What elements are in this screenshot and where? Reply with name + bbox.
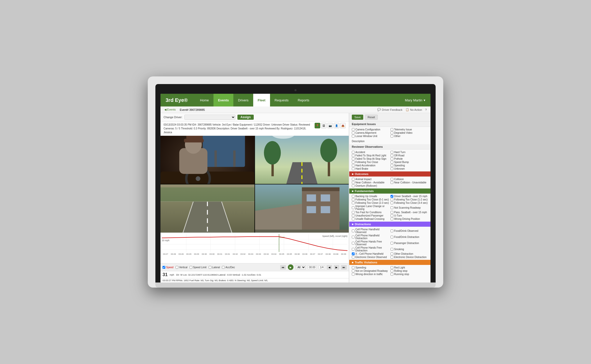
assign-button[interactable]: Assign [237,115,254,120]
cb-camera-config-input[interactable] [352,128,355,131]
nav-drivers[interactable]: Drivers [233,94,253,106]
cb-unauthorized-input[interactable] [352,214,355,217]
cb-wrong-direction-input[interactable] [352,273,355,276]
cb-too-fast-input[interactable] [352,211,355,214]
cb-following-close-input[interactable] [352,161,355,164]
person-button[interactable]: 👤 [334,123,339,128]
cb-speeding-obs-input[interactable] [391,164,393,167]
speed-checkbox-label[interactable]: Speed [163,266,173,269]
play-button[interactable]: ▶ [288,264,293,270]
breadcrumb-events-link[interactable]: ◀ Events [164,108,176,111]
cb-running-stop-input[interactable] [391,273,393,276]
cb-camera-alignment-input[interactable] [352,131,355,134]
cb-cph-distraction-input[interactable] [352,236,355,238]
cb-smoking-input[interactable] [391,248,393,251]
nav-home[interactable]: Home [195,94,213,106]
cb-near-avoidable-input[interactable] [352,181,355,184]
cb-food-observed-input[interactable] [391,230,393,232]
cb-hard-accel-input[interactable] [352,164,355,167]
cb-telemetry-issue-input[interactable] [391,128,393,131]
fundamentals-header: ■ Fundamentals [349,188,431,194]
map-button[interactable]: 📍 [315,123,320,128]
cb-food-distraction-input[interactable] [391,236,393,238]
speed-checkbox[interactable] [163,266,165,269]
nav-reports[interactable]: Reports [293,94,314,106]
cb-electronic-observed-input[interactable] [352,256,355,259]
cb-speeding-traffic-input[interactable] [352,266,355,269]
cb-off-road-input[interactable] [391,154,393,157]
cb-pass-seatbelt-input[interactable] [391,211,393,214]
cb-other-equip-input[interactable] [391,135,393,138]
cb-ftc-3-4-input[interactable] [391,201,393,204]
cb-unknown-input[interactable] [391,167,393,170]
cb-x-cellphone-input[interactable] [352,252,355,255]
cb-accident-input[interactable] [352,151,355,154]
save-button[interactable]: Save [352,115,363,120]
lateral-checkbox[interactable] [209,266,211,269]
speed-limit-checkbox-label[interactable]: Speed Limit [190,266,207,269]
cb-speed-bump-input[interactable] [391,161,393,164]
next-button[interactable]: ▶ [334,265,339,269]
camera-select[interactable]: All [296,265,306,269]
cb-ftc-3-4: Following Too Close (3-4 sec) [391,201,428,204]
cb-passenger-distraction-input[interactable] [391,242,393,245]
cb-pothole-input[interactable] [391,157,393,160]
cb-ftc-0-1: Following Too Close (0-1 sec) [352,198,389,201]
no-action-button[interactable]: 📋 No Action [406,108,422,111]
cb-hard-brake-input[interactable] [352,167,355,170]
cb-failed-stop-input[interactable] [352,157,355,160]
rewind-button[interactable]: ⏮ [280,265,286,269]
cb-cphf-observed-input[interactable] [352,242,355,245]
cb-loose-window-input[interactable] [352,135,355,138]
cb-unsafe-railroad-input[interactable] [352,218,355,220]
lateral-checkbox-label[interactable]: Lateral [209,266,220,269]
cb-overturn-input[interactable] [352,184,355,187]
breadcrumb-actions: 💬 Driver Feedback 📋 No Action ? [377,108,427,111]
driver-select[interactable] [184,115,235,120]
cb-near-unavoidable-input[interactable] [391,181,393,184]
vertical-checkbox[interactable] [176,266,178,269]
screenshot-button[interactable]: 🖼 [321,123,327,128]
cb-improper-lane-input[interactable] [352,206,355,209]
cb-ftc-0-1-input[interactable] [352,198,355,201]
cb-backing-unsafe-input[interactable] [352,195,355,198]
cb-collision-input[interactable] [391,178,393,181]
cb-cphf-distraction-input[interactable] [352,248,355,251]
cb-animal-input[interactable] [352,178,355,181]
comment-icon: 💬 [377,108,381,111]
cb-cph-observed-input[interactable] [352,230,355,232]
cb-driver-seatbelt-input[interactable] [391,195,393,198]
share-button[interactable]: 📤 [340,123,346,128]
cb-wrong-driving-input[interactable] [391,218,393,220]
cb-not-scanning-input[interactable] [391,206,393,209]
user-menu[interactable]: Mary Martin ▾ [405,98,425,102]
cb-ftc-1-2-input[interactable] [391,198,393,201]
cb-hard-turn-input[interactable] [391,151,393,154]
cb-failed-red-input[interactable] [352,154,355,157]
nav-events[interactable]: Events [213,94,234,106]
cb-backing-unsafe: Backing Up Unsafe [352,195,389,198]
cb-degraded-video-input[interactable] [391,131,393,134]
cb-not-designated-input[interactable] [352,269,355,272]
prev-button[interactable]: ◀ [327,265,332,269]
accdec-checkbox-label[interactable]: Acc/Dec [222,266,235,269]
reset-button[interactable]: Reset [365,115,378,120]
help-button[interactable]: ? [425,108,427,111]
accdec-checkbox[interactable] [222,266,225,269]
speed-limit-checkbox[interactable] [190,266,192,269]
cb-red-light-input[interactable] [391,266,393,269]
cb-rolling-stop-input[interactable] [391,269,393,272]
cb-uturn-input[interactable] [391,214,393,217]
nav-requests[interactable]: Requests [270,94,293,106]
nav-fleet[interactable]: Fleet [253,94,270,106]
camera-button[interactable]: 📷 [327,123,333,128]
cb-telemetry-issue: Telemetry Issue [391,128,428,131]
cb-ftc-2-3-input[interactable] [352,201,355,204]
vertical-checkbox-label[interactable]: Vertical [176,266,187,269]
cb-other-distraction-input[interactable] [391,252,393,255]
skip-forward-button[interactable]: ⏭ [341,265,347,269]
cb-collision: Collision [391,178,428,181]
lateral-label: Lateral [212,266,220,269]
cb-electronic-distraction-input[interactable] [391,256,393,259]
driver-feedback-button[interactable]: 💬 Driver Feedback [377,108,402,111]
